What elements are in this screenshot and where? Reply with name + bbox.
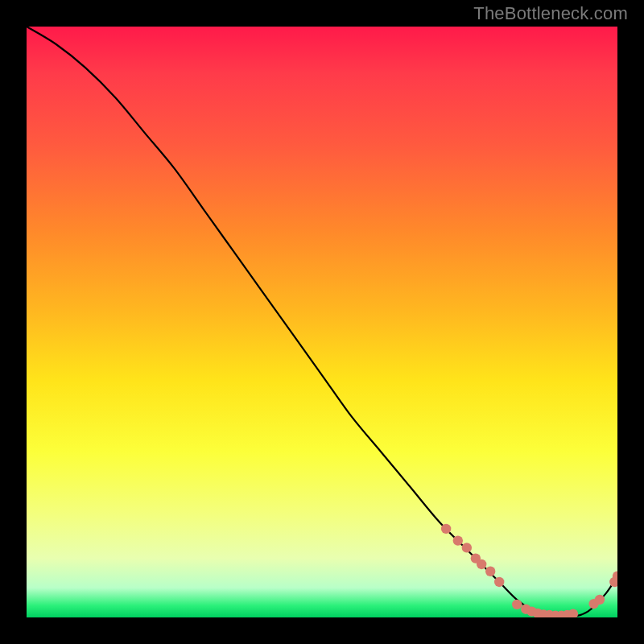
marker-dot (485, 567, 495, 576)
curve-svg (27, 27, 617, 617)
marker-dot (477, 559, 486, 569)
watermark-label: TheBottleneck.com (473, 3, 628, 24)
marker-dot (453, 535, 463, 545)
marker-dot (462, 543, 472, 552)
marker-dot (568, 609, 578, 617)
plot-area (27, 27, 617, 617)
marker-dot (512, 600, 522, 609)
bottleneck-curve (27, 27, 617, 617)
chart-frame: TheBottleneck.com (0, 0, 644, 644)
marker-dot (494, 577, 504, 587)
marker-dot (595, 595, 605, 605)
marker-dots (441, 524, 617, 617)
marker-dot (441, 524, 451, 534)
